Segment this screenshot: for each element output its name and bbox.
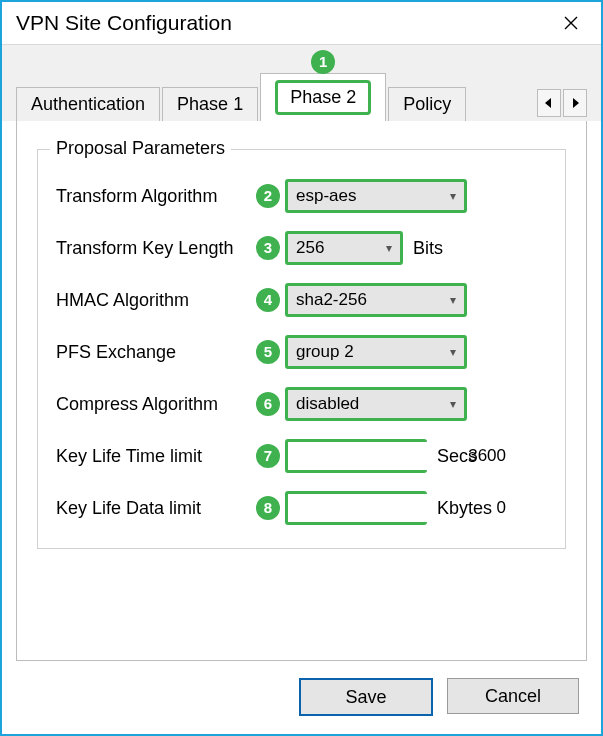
tab-phase1[interactable]: Phase 1 <box>162 87 258 121</box>
unit-bits: Bits <box>413 238 443 259</box>
select-hmac-algorithm[interactable]: sha2-256 ▾ <box>288 286 464 314</box>
unit-kbytes: Kbytes <box>437 498 492 519</box>
row-pfs-exchange: PFS Exchange 5 group 2 ▾ <box>56 336 547 368</box>
label-pfs-exchange: PFS Exchange <box>56 342 251 363</box>
annotation-badge-7: 7 <box>256 444 280 468</box>
row-hmac-algorithm: HMAC Algorithm 4 sha2-256 ▾ <box>56 284 547 316</box>
label-transform-key-length: Transform Key Length <box>56 238 251 259</box>
unit-secs: Secs <box>437 446 477 467</box>
select-transform-key-length[interactable]: 256 ▾ <box>288 234 400 262</box>
select-value: disabled <box>296 394 359 414</box>
row-key-life-time: Key Life Time limit 7 Secs <box>56 440 547 472</box>
triangle-right-icon <box>571 98 579 108</box>
save-button[interactable]: Save <box>299 678 433 716</box>
button-label: Cancel <box>485 686 541 707</box>
tab-label: Phase 2 <box>275 80 371 115</box>
row-transform-key-length: Transform Key Length 3 256 ▾ Bits <box>56 232 547 264</box>
select-transform-algorithm-wrap: esp-aes ▾ <box>285 179 467 213</box>
tab-authentication[interactable]: Authentication <box>16 87 160 121</box>
label-compress-algorithm: Compress Algorithm <box>56 394 251 415</box>
button-label: Save <box>345 687 386 708</box>
proposal-parameters-group: Proposal Parameters Transform Algorithm … <box>37 149 566 549</box>
select-compress-algorithm[interactable]: disabled ▾ <box>288 390 464 418</box>
tab-strip: Authentication Phase 1 1 Phase 2 Policy <box>2 45 601 121</box>
cancel-button[interactable]: Cancel <box>447 678 579 714</box>
svg-marker-1 <box>573 98 579 108</box>
chevron-down-icon: ▾ <box>450 293 456 307</box>
annotation-badge-5: 5 <box>256 340 280 364</box>
titlebar: VPN Site Configuration <box>2 2 601 45</box>
select-pfs-exchange-wrap: group 2 ▾ <box>285 335 467 369</box>
tab-phase2[interactable]: 1 Phase 2 <box>260 73 386 121</box>
tab-label: Authentication <box>31 94 145 114</box>
label-hmac-algorithm: HMAC Algorithm <box>56 290 251 311</box>
tab-scroll-right[interactable] <box>563 89 587 117</box>
chevron-down-icon: ▾ <box>386 241 392 255</box>
input-key-life-time[interactable] <box>288 442 512 470</box>
annotation-badge-3: 3 <box>256 236 280 260</box>
select-value: 256 <box>296 238 324 258</box>
groupbox-legend: Proposal Parameters <box>50 138 231 159</box>
select-transform-key-length-wrap: 256 ▾ <box>285 231 403 265</box>
tab-scroll-left[interactable] <box>537 89 561 117</box>
chevron-down-icon: ▾ <box>450 345 456 359</box>
tab-label: Phase 1 <box>177 94 243 114</box>
tab-policy[interactable]: Policy <box>388 87 466 121</box>
select-value: sha2-256 <box>296 290 367 310</box>
annotation-badge-4: 4 <box>256 288 280 312</box>
annotation-badge-1: 1 <box>311 50 335 74</box>
triangle-left-icon <box>545 98 553 108</box>
svg-marker-0 <box>545 98 551 108</box>
select-value: esp-aes <box>296 186 356 206</box>
row-transform-algorithm: Transform Algorithm 2 esp-aes ▾ <box>56 180 547 212</box>
input-key-life-data-wrap <box>285 491 427 525</box>
tab-scroll-controls <box>537 89 587 117</box>
label-transform-algorithm: Transform Algorithm <box>56 186 251 207</box>
label-key-life-data: Key Life Data limit <box>56 498 251 519</box>
tab-panel-phase2: Proposal Parameters Transform Algorithm … <box>16 121 587 661</box>
select-pfs-exchange[interactable]: group 2 ▾ <box>288 338 464 366</box>
select-value: group 2 <box>296 342 354 362</box>
dialog-footer: Save Cancel <box>299 678 579 716</box>
label-key-life-time: Key Life Time limit <box>56 446 251 467</box>
select-transform-algorithm[interactable]: esp-aes ▾ <box>288 182 464 210</box>
annotation-badge-6: 6 <box>256 392 280 416</box>
tab-label: Policy <box>403 94 451 114</box>
input-key-life-time-wrap <box>285 439 427 473</box>
vpn-site-config-window: VPN Site Configuration Authentication Ph… <box>0 0 603 736</box>
close-icon <box>564 16 578 30</box>
chevron-down-icon: ▾ <box>450 397 456 411</box>
annotation-badge-8: 8 <box>256 496 280 520</box>
select-compress-algorithm-wrap: disabled ▾ <box>285 387 467 421</box>
row-key-life-data: Key Life Data limit 8 Kbytes <box>56 492 547 524</box>
chevron-down-icon: ▾ <box>450 189 456 203</box>
window-title: VPN Site Configuration <box>16 11 551 35</box>
close-button[interactable] <box>551 3 591 43</box>
row-compress-algorithm: Compress Algorithm 6 disabled ▾ <box>56 388 547 420</box>
annotation-badge-2: 2 <box>256 184 280 208</box>
select-hmac-algorithm-wrap: sha2-256 ▾ <box>285 283 467 317</box>
